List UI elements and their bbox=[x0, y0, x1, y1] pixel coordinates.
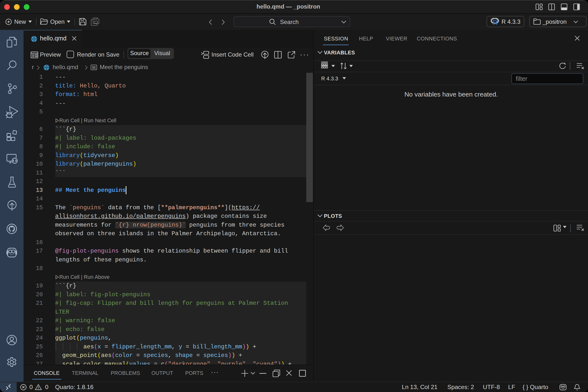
svg-text:R: R bbox=[493, 19, 498, 25]
